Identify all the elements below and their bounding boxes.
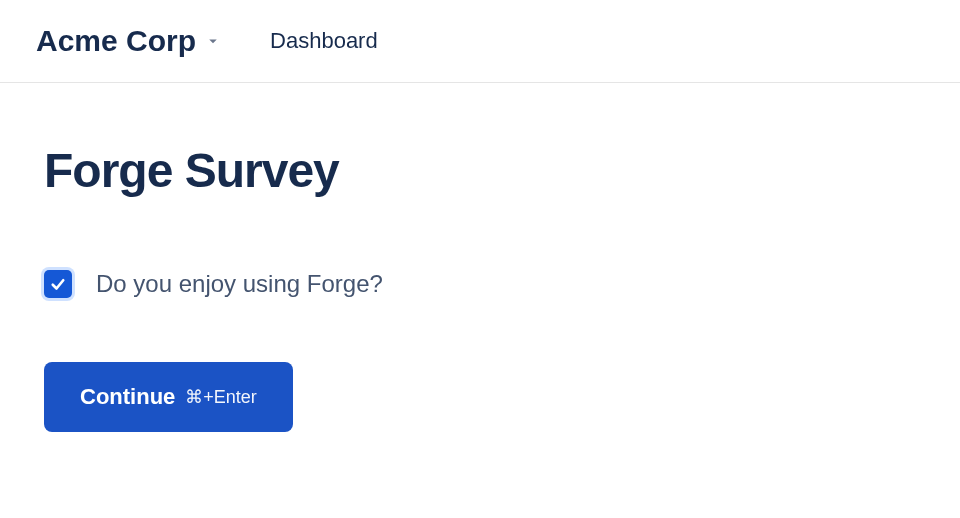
enjoy-forge-checkbox[interactable]	[44, 270, 72, 298]
nav-dashboard[interactable]: Dashboard	[270, 28, 378, 54]
survey-question-label: Do you enjoy using Forge?	[96, 270, 383, 298]
chevron-down-icon	[204, 32, 222, 50]
page-title: Forge Survey	[44, 143, 916, 198]
continue-button-label: Continue	[80, 384, 175, 410]
org-switcher[interactable]: Acme Corp	[36, 24, 222, 58]
continue-button[interactable]: Continue ⌘+Enter	[44, 362, 293, 432]
org-name: Acme Corp	[36, 24, 196, 58]
check-icon	[49, 275, 67, 293]
main-content: Forge Survey Do you enjoy using Forge? C…	[0, 83, 960, 492]
survey-question-row: Do you enjoy using Forge?	[44, 270, 916, 298]
header: Acme Corp Dashboard	[0, 0, 960, 83]
keyboard-hint: ⌘+Enter	[185, 386, 257, 408]
